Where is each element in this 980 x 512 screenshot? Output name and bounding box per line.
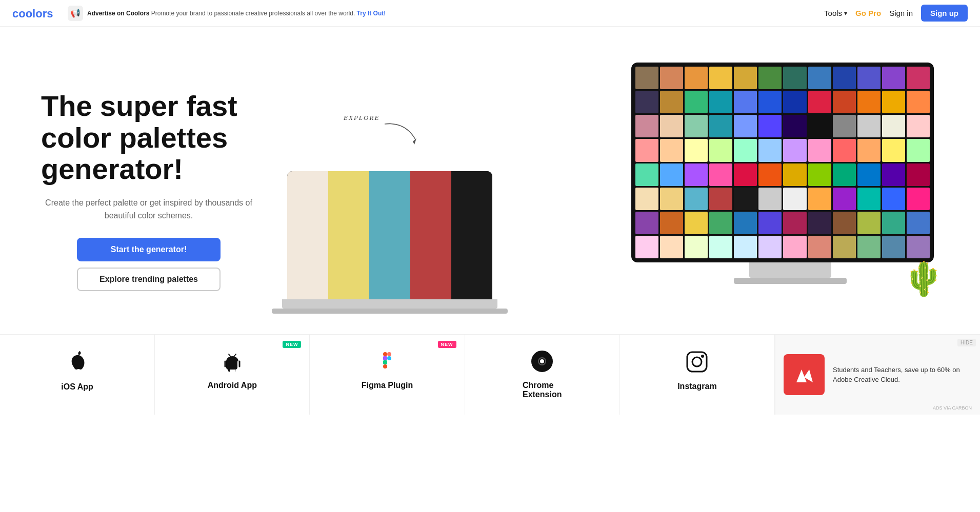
palette-cell bbox=[734, 188, 757, 210]
palette-cell bbox=[907, 236, 930, 258]
instagram-name: Instagram bbox=[677, 382, 716, 391]
palette-cell bbox=[758, 139, 782, 161]
instagram-icon bbox=[685, 350, 709, 376]
palette-cell bbox=[907, 188, 930, 210]
palette-cell bbox=[833, 91, 856, 113]
hero-title: The super fast color palettes generator! bbox=[41, 90, 256, 185]
svg-point-18 bbox=[540, 359, 544, 363]
palette-cell bbox=[808, 67, 831, 89]
palette-cell bbox=[685, 67, 708, 89]
new-badge-android: NEW bbox=[283, 341, 301, 348]
palette-cell bbox=[833, 139, 856, 161]
svg-point-20 bbox=[692, 357, 702, 366]
palette-cell bbox=[808, 139, 831, 161]
palette-cell bbox=[709, 91, 732, 113]
palette-cell bbox=[907, 212, 930, 234]
svg-rect-19 bbox=[687, 352, 707, 372]
ad-link[interactable]: Try It Out! bbox=[357, 10, 386, 17]
palette-cell bbox=[660, 212, 683, 234]
adobe-logo bbox=[784, 354, 825, 395]
palette-cell bbox=[758, 67, 782, 89]
new-badge-figma: NEW bbox=[438, 341, 456, 348]
ad-icon: 📢 bbox=[68, 6, 83, 21]
explore-palettes-button[interactable]: Explore trending palettes bbox=[77, 268, 221, 291]
palette-cell bbox=[907, 163, 930, 186]
palette-cell bbox=[808, 163, 831, 186]
palette-cell bbox=[734, 67, 757, 89]
laptop bbox=[287, 171, 492, 314]
signin-button[interactable]: Sign in bbox=[889, 9, 913, 17]
palette-cell bbox=[808, 91, 831, 113]
laptop-color-strip bbox=[410, 171, 451, 299]
palette-cell bbox=[882, 188, 905, 210]
palette-grid bbox=[635, 67, 930, 258]
svg-rect-11 bbox=[383, 356, 387, 360]
palette-cell bbox=[758, 163, 782, 186]
tools-button[interactable]: Tools ▾ bbox=[824, 9, 847, 17]
palette-cell bbox=[758, 91, 782, 113]
hero-text: The super fast color palettes generator!… bbox=[41, 90, 256, 291]
app-cards-section: iOS App NEW Android App NEW bbox=[0, 334, 980, 415]
instagram-card[interactable]: Instagram bbox=[620, 335, 775, 415]
palette-cell bbox=[857, 163, 881, 186]
palette-cell bbox=[808, 212, 831, 234]
hero-illustration: EXPLORE MAKE A PALETTE 🌵 bbox=[277, 52, 949, 329]
gopro-button[interactable]: Go Pro bbox=[855, 9, 881, 17]
android-app-card[interactable]: NEW Android App bbox=[155, 335, 310, 415]
palette-cell bbox=[685, 188, 708, 210]
palette-cell bbox=[833, 188, 856, 210]
svg-marker-1 bbox=[413, 138, 416, 145]
svg-line-7 bbox=[229, 354, 231, 357]
ios-app-card[interactable]: iOS App bbox=[0, 335, 155, 415]
chevron-down-icon: ▾ bbox=[844, 10, 847, 17]
palette-cell bbox=[783, 115, 806, 137]
palette-cell bbox=[882, 163, 905, 186]
laptop-color-strip bbox=[287, 171, 328, 299]
palette-cell bbox=[907, 91, 930, 113]
palette-cell bbox=[685, 91, 708, 113]
figma-plugin-card[interactable]: NEW Figma Plugin bbox=[310, 335, 465, 415]
palette-cell bbox=[833, 212, 856, 234]
palette-cell bbox=[709, 236, 732, 258]
apple-icon bbox=[66, 350, 89, 376]
palette-cell bbox=[635, 139, 658, 161]
palette-cell bbox=[857, 212, 881, 234]
palette-cell bbox=[734, 139, 757, 161]
palette-cell bbox=[882, 115, 905, 137]
signup-button[interactable]: Sign up bbox=[921, 5, 968, 22]
palette-cell bbox=[734, 236, 757, 258]
palette-cell bbox=[734, 115, 757, 137]
hide-ad-button[interactable]: HIDE bbox=[957, 339, 976, 346]
chrome-extension-card[interactable]: ChromeExtension bbox=[465, 335, 620, 415]
palette-cell bbox=[660, 163, 683, 186]
figma-plugin-name: Figma Plugin bbox=[362, 381, 413, 390]
logo[interactable]: coolors bbox=[12, 6, 58, 21]
palette-cell bbox=[734, 91, 757, 113]
laptop-base bbox=[272, 309, 508, 314]
palette-cell bbox=[882, 212, 905, 234]
palette-cell bbox=[783, 188, 806, 210]
adobe-ad-text: Students and Teachers, save up to 60% on… bbox=[833, 365, 972, 385]
ad-text: Advertise on Coolors Promote your brand … bbox=[87, 10, 386, 17]
svg-rect-9 bbox=[383, 352, 387, 356]
palette-cell bbox=[660, 188, 683, 210]
palette-cell bbox=[635, 212, 658, 234]
palette-cell bbox=[758, 236, 782, 258]
palette-cell bbox=[907, 139, 930, 161]
android-icon bbox=[221, 350, 244, 375]
start-generator-button[interactable]: Start the generator! bbox=[77, 238, 221, 261]
palette-cell bbox=[857, 236, 881, 258]
palette-cell bbox=[783, 91, 806, 113]
svg-point-21 bbox=[701, 355, 704, 358]
palette-cell bbox=[783, 139, 806, 161]
adobe-ad-card: Students and Teachers, save up to 60% on… bbox=[775, 335, 980, 415]
palette-cell bbox=[857, 115, 881, 137]
palette-cell bbox=[635, 67, 658, 89]
palette-cell bbox=[635, 236, 658, 258]
explore-label: EXPLORE bbox=[344, 114, 379, 122]
palette-cell bbox=[660, 91, 683, 113]
palette-cell bbox=[758, 115, 782, 137]
chrome-icon bbox=[531, 350, 553, 375]
palette-cell bbox=[635, 163, 658, 186]
laptop-hinge bbox=[282, 299, 497, 309]
